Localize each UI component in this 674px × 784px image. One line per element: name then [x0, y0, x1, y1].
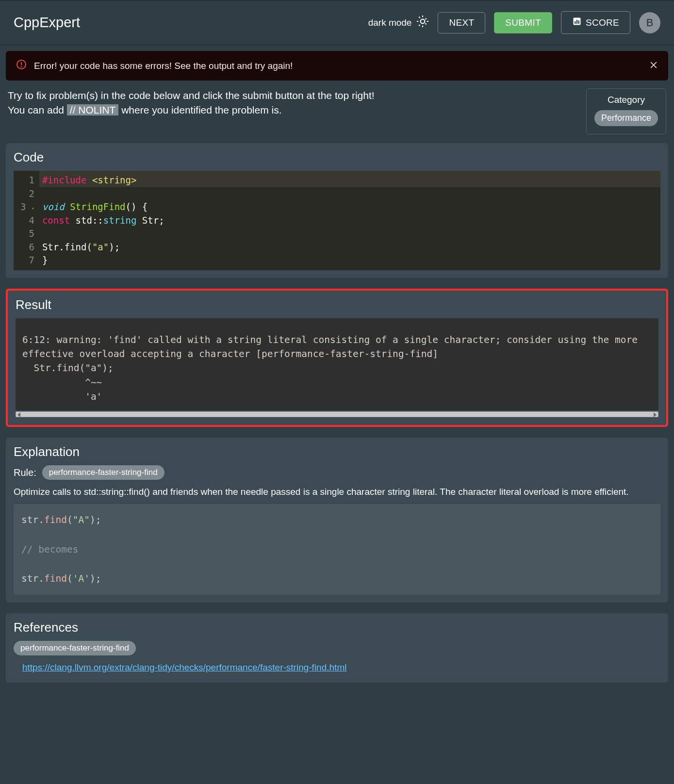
result-panel: Result 6:12: warning: 'find' called with…	[6, 289, 668, 427]
reference-chip[interactable]: performance-faster-string-find	[14, 641, 136, 655]
code-panel-title: Code	[14, 150, 660, 165]
category-chip[interactable]: Performance	[594, 110, 658, 126]
header-actions: dark mode NEXT SUBMIT SCORE B	[368, 11, 660, 34]
result-output: 6:12: warning: 'find' called with a stri…	[16, 318, 658, 410]
category-box: Category Performance	[586, 88, 666, 134]
score-button[interactable]: SCORE	[561, 11, 630, 34]
intro-text: Try to fix problem(s) in the code below …	[8, 88, 576, 118]
editor-lines[interactable]: #include <string> void StringFind() { co…	[39, 171, 660, 270]
editor-gutter: 123 ▾4567	[14, 171, 39, 270]
error-alert: Error! your code has some errors! See th…	[6, 51, 668, 81]
result-panel-title: Result	[16, 297, 658, 312]
error-circle-icon	[16, 59, 27, 73]
code-panel: Code 123 ▾4567 #include <string> void St…	[6, 143, 668, 278]
example-code: str.find("A"); // becomes str.find('A');	[14, 504, 660, 595]
intro-row: Try to fix problem(s) in the code below …	[6, 88, 668, 134]
intro-line1: Try to fix problem(s) in the code below …	[8, 90, 375, 101]
app-header: CppExpert dark mode NEXT SUBMIT SCORE B	[0, 0, 674, 45]
content: Error! your code has some errors! See th…	[0, 45, 674, 699]
reference-link[interactable]: https://clang.llvm.org/extra/clang-tidy/…	[22, 662, 346, 673]
intro-line2-pre: You can add	[8, 104, 67, 115]
explanation-panel: Explanation Rule: performance-faster-str…	[6, 438, 668, 603]
references-panel: References performance-faster-string-fin…	[6, 613, 668, 683]
intro-line2-post: where you identified the problem is.	[118, 104, 281, 115]
svg-rect-3	[578, 20, 579, 24]
svg-rect-1	[575, 21, 576, 24]
explanation-panel-title: Explanation	[14, 444, 660, 459]
dark-mode-label: dark mode	[368, 17, 412, 28]
explanation-text: Optimize calls to std::string::find() an…	[14, 487, 660, 497]
svg-rect-2	[576, 20, 578, 24]
rule-row: Rule: performance-faster-string-find	[14, 465, 660, 480]
code-editor[interactable]: 123 ▾4567 #include <string> void StringF…	[14, 171, 660, 270]
error-alert-text: Error! your code has some errors! See th…	[34, 61, 642, 71]
brightness-icon	[416, 15, 429, 30]
next-button[interactable]: NEXT	[438, 12, 485, 33]
horizontal-scrollbar[interactable]	[16, 411, 658, 417]
svg-point-6	[21, 66, 22, 67]
dark-mode-toggle[interactable]: dark mode	[368, 15, 429, 30]
close-icon[interactable]	[649, 60, 658, 72]
category-label: Category	[594, 95, 658, 105]
rule-label: Rule:	[14, 467, 36, 478]
submit-button[interactable]: SUBMIT	[494, 12, 552, 33]
avatar-initial: B	[646, 16, 654, 29]
app-title: CppExpert	[14, 15, 80, 31]
bar-chart-icon	[572, 16, 582, 29]
avatar[interactable]: B	[639, 12, 660, 33]
rule-chip[interactable]: performance-faster-string-find	[42, 465, 164, 480]
nolint-tag: // NOLINT	[67, 104, 119, 115]
references-panel-title: References	[14, 620, 660, 635]
